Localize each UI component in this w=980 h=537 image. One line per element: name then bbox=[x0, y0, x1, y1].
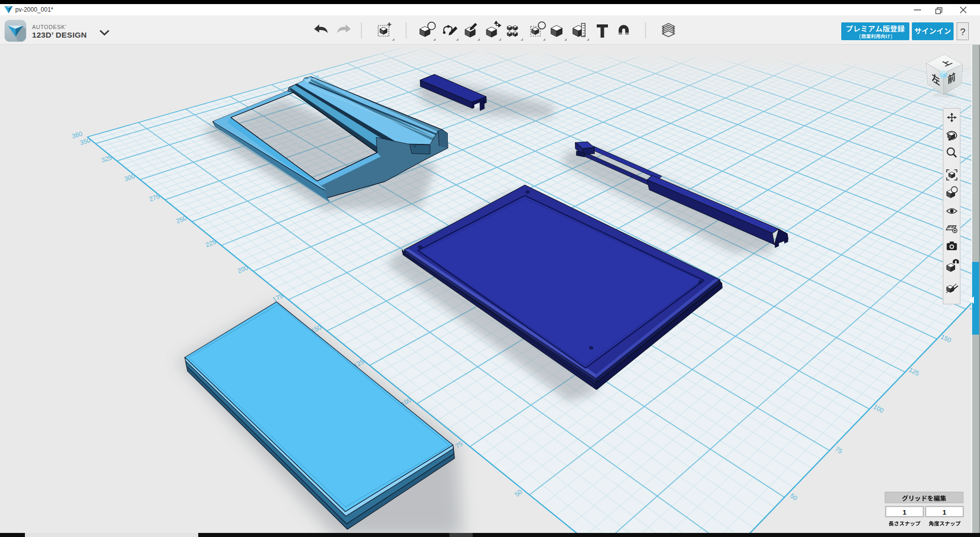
svg-text:1: 1 bbox=[942, 509, 946, 516]
svg-text:123D’ DESIGN: 123D’ DESIGN bbox=[32, 31, 87, 39]
svg-text:AUTODESK’: AUTODESK’ bbox=[32, 24, 67, 30]
svg-text:): ) bbox=[891, 34, 892, 39]
svg-text:?: ? bbox=[960, 26, 966, 37]
svg-text:1: 1 bbox=[903, 509, 907, 516]
